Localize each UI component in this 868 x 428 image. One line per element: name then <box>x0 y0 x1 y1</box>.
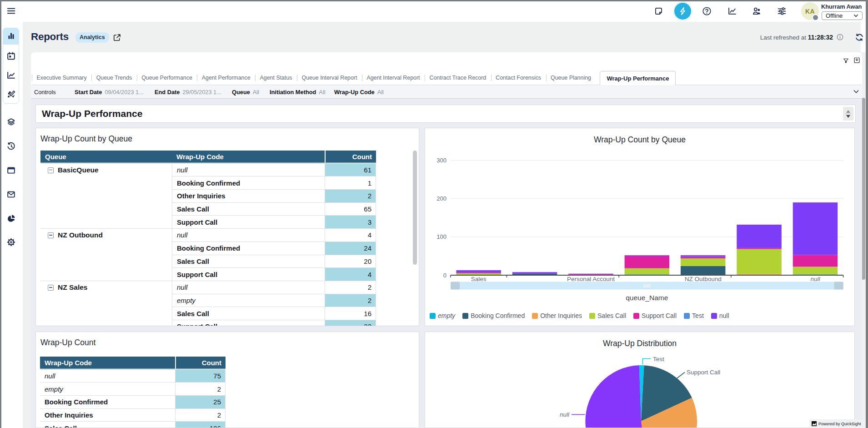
pie-slice-null[interactable] <box>585 365 642 428</box>
bar-segment-Support-Call[interactable] <box>737 248 782 249</box>
legend-item-Booking-Confirmed[interactable]: Booking Confirmed <box>462 312 525 319</box>
wrapup-code-cell[interactable]: Support Call <box>172 320 325 326</box>
count-cell[interactable]: 2 <box>325 281 376 294</box>
bar-segment-Sales-Call[interactable] <box>793 267 838 275</box>
tab-queue-trends[interactable]: Queue Trends <box>91 71 137 85</box>
info-icon[interactable] <box>837 34 843 40</box>
tab-wrap-up-performance[interactable]: Wrap-Up Performance <box>600 71 676 85</box>
tab-queue-planning[interactable]: Queue Planning <box>546 71 596 85</box>
sidebar-item-design-icon[interactable] <box>3 85 19 103</box>
table-header-queue[interactable]: Queue <box>40 151 172 163</box>
bar-segment-null[interactable] <box>681 255 726 257</box>
table-header-wrapup-code[interactable]: Wrap-Up Code <box>172 151 325 163</box>
refresh-icon[interactable] <box>855 33 863 41</box>
count-cell[interactable]: 75 <box>175 370 226 383</box>
sidebar-item-line-chart-icon[interactable] <box>3 66 19 84</box>
wrapup-code-cell[interactable]: empty <box>172 294 325 307</box>
count-cell[interactable]: 2 <box>325 294 376 307</box>
bar-segment-Sales-Call[interactable] <box>737 249 782 274</box>
bar-segment-null[interactable] <box>568 274 613 274</box>
sidebar-item-bar-chart-icon[interactable] <box>3 28 19 45</box>
page-scrollbar-thumb[interactable] <box>862 98 865 280</box>
wrapup-code-cell[interactable]: Sales Call <box>172 255 325 268</box>
tab-queue-performance[interactable]: Queue Performance <box>137 71 197 85</box>
control-wrap-up-code[interactable]: Wrap-Up CodeAll <box>334 85 384 99</box>
wrapup-code-cell[interactable]: Sales Call <box>172 307 325 320</box>
sidebar-item-mail-icon[interactable] <box>3 182 19 206</box>
legend-item-null[interactable]: null <box>711 312 729 319</box>
count-cell[interactable]: 3 <box>325 216 376 229</box>
count-cell[interactable]: 16 <box>325 307 376 320</box>
count-cell[interactable]: 2 <box>175 409 226 422</box>
bar-segment-Sales-Call[interactable] <box>456 273 501 275</box>
sidebar-item-history-icon[interactable] <box>3 134 19 158</box>
bar-segment-Sales-Call[interactable] <box>625 268 670 275</box>
table-header-count[interactable]: Count <box>325 151 376 163</box>
wrapup-code-cell[interactable]: Sales Call <box>172 203 325 216</box>
bar-segment-Support-Call[interactable] <box>793 255 838 267</box>
external-link-icon[interactable] <box>113 33 121 42</box>
count-cell[interactable]: 32 <box>325 320 376 326</box>
table-header-count[interactable]: Count <box>175 357 226 369</box>
bar-segment-null[interactable] <box>456 270 501 272</box>
control-start-date[interactable]: Start Date09/04/2023 1... <box>75 85 144 99</box>
count-cell[interactable]: 4 <box>325 268 376 281</box>
controls-collapse-chevron-icon[interactable] <box>853 88 860 95</box>
count-cell[interactable]: 1 <box>325 176 376 190</box>
control-queue[interactable]: QueueAll <box>232 85 259 99</box>
wrapup-code-cell[interactable]: Other Inquiries <box>172 190 325 203</box>
spinner-down-icon[interactable] <box>846 115 850 118</box>
tab-executive-summary[interactable]: Executive Summary <box>32 71 91 85</box>
wrapup-code-cell[interactable]: null <box>172 229 325 242</box>
bar-segment-Sales-Call[interactable] <box>681 258 726 266</box>
table-header-wrapup-code[interactable]: Wrap-Up Code <box>40 357 175 369</box>
sidebar-item-browser-icon[interactable] <box>3 158 19 182</box>
legend-item-Sales-Call[interactable]: Sales Call <box>589 312 626 319</box>
tab-contact-forensics[interactable]: Contact Forensics <box>491 71 546 85</box>
wrapup-code-cell[interactable]: null <box>172 164 325 177</box>
flash-icon[interactable] <box>674 3 691 20</box>
wrapup-code-cell[interactable]: null <box>172 281 325 294</box>
collapse-group-icon[interactable] <box>48 232 54 238</box>
collapse-group-icon[interactable] <box>48 167 54 173</box>
tab-agent-performance[interactable]: Agent Performance <box>197 71 255 85</box>
count-cell[interactable]: 61 <box>325 164 376 177</box>
bar-segment-null[interactable] <box>737 225 782 248</box>
note-icon[interactable] <box>654 6 663 16</box>
bar-segment-null[interactable] <box>625 255 670 256</box>
bar-segment-Support-Call[interactable] <box>456 272 501 273</box>
sheet-spinner[interactable] <box>843 107 853 121</box>
download-icon[interactable] <box>853 57 860 64</box>
count-cell[interactable]: 24 <box>325 242 376 255</box>
count-cell[interactable]: 2 <box>325 190 376 203</box>
wrapup-code-cell[interactable]: empty <box>40 383 175 396</box>
slider-left-handle[interactable] <box>451 282 460 290</box>
wrapup-code-cell[interactable]: Support Call <box>172 216 325 229</box>
legend-item-empty[interactable]: empty <box>430 312 455 319</box>
bar-segment-Support-Call[interactable] <box>681 257 726 258</box>
control-end-date[interactable]: End Date29/05/2023 1... <box>155 85 221 99</box>
wrapup-code-cell[interactable]: Booking Confirmed <box>40 396 175 409</box>
tab-queue-interval-report[interactable]: Queue Interval Report <box>297 71 362 85</box>
wrapup-code-cell[interactable]: Other Inquiries <box>40 409 175 422</box>
wrapup-code-cell[interactable]: Booking Confirmed <box>172 242 325 255</box>
analytics-badge[interactable]: Analytics <box>75 32 109 43</box>
count-cell[interactable]: 65 <box>325 203 376 216</box>
usage-metrics-icon[interactable] <box>728 6 737 16</box>
bar-chart[interactable]: 0100200300SalesPersonal AccountNZ Outbou… <box>425 128 854 326</box>
people-icon[interactable] <box>752 6 762 16</box>
table-scrollbar-thumb[interactable] <box>413 151 417 265</box>
wrapup-code-cell[interactable]: Support Call <box>172 268 325 281</box>
count-cell[interactable]: 25 <box>175 396 226 409</box>
legend-item-Other-Inquiries[interactable]: Other Inquiries <box>532 312 582 319</box>
spinner-up-icon[interactable] <box>846 110 850 113</box>
tab-agent-interval-report[interactable]: Agent Interval Report <box>362 71 425 85</box>
count-cell[interactable]: 20 <box>325 255 376 268</box>
sidebar-item-calendar-icon[interactable] <box>3 47 19 65</box>
sidebar-item-layers-icon[interactable] <box>3 111 19 135</box>
count-cell[interactable]: 2 <box>175 383 226 396</box>
slider-right-handle[interactable] <box>834 282 843 290</box>
wrapup-code-cell[interactable]: Booking Confirmed <box>172 176 325 190</box>
menu-icon[interactable] <box>6 6 16 16</box>
tab-contract-trace-record[interactable]: Contract Trace Record <box>425 71 491 85</box>
